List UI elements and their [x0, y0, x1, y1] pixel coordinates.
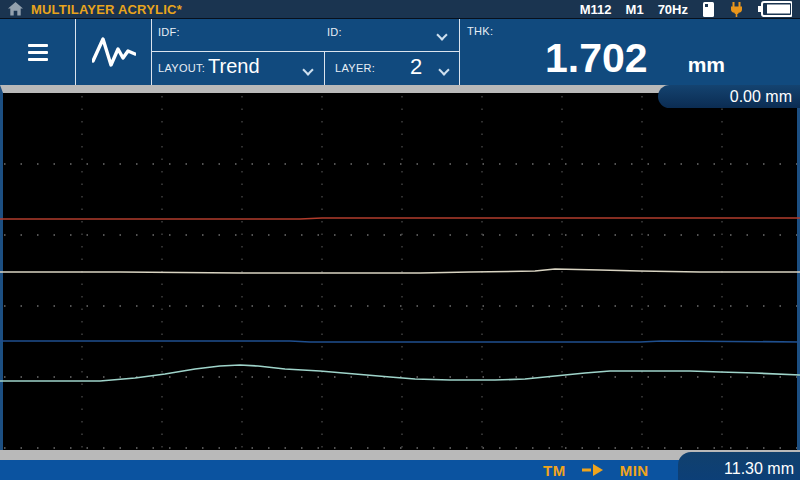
bottom-status-bar: TM MIN 11.30 mm [0, 460, 800, 480]
layer-dropdown[interactable]: LAYER: 2 [325, 52, 460, 85]
blue-reference-line [0, 341, 800, 342]
layout-dropdown[interactable]: LAYOUT: Trend [152, 52, 325, 85]
scale-bottom-label: 11.30 mm [678, 452, 800, 480]
waveform-view-button[interactable] [76, 19, 152, 85]
measure-mode-label: MIN [620, 462, 649, 479]
trend-chart: 0.00 mm [0, 85, 800, 450]
layer-value: 2 [410, 54, 422, 80]
trend-plot [0, 85, 800, 450]
menu-button[interactable] [0, 19, 76, 85]
chevron-down-icon[interactable] [436, 29, 447, 40]
cyan-trend-line [0, 365, 800, 381]
mode-indicator: M1 [626, 2, 644, 17]
id-layout-panel: IDF: ID: LAYOUT: Trend LAYER: 2 [152, 19, 460, 85]
thickness-value: 1.702 [545, 33, 648, 83]
measure-code: M112 [580, 2, 612, 17]
id-field[interactable]: IDF: ID: [152, 19, 460, 52]
hamburger-icon [28, 44, 48, 61]
power-plug-icon [729, 2, 744, 17]
home-icon[interactable] [8, 2, 23, 16]
layout-label: LAYOUT: [158, 62, 205, 74]
id-label: ID: [327, 26, 342, 38]
thickness-readout: THK: 1.702 mm [460, 19, 800, 85]
white-trend-line [0, 269, 800, 273]
layout-value: Trend [208, 55, 260, 78]
scale-top-label: 0.00 mm [658, 85, 800, 108]
layer-label: LAYER: [335, 62, 375, 74]
measure-type-label: TM [543, 462, 566, 479]
update-rate: 70Hz [658, 2, 688, 17]
usb-icon [702, 2, 715, 17]
chevron-down-icon[interactable] [438, 64, 449, 75]
red-alarm-line [0, 218, 800, 219]
file-title: MULTILAYER ACRYLIC* [31, 2, 182, 17]
idf-label: IDF: [158, 26, 180, 38]
battery-icon [758, 1, 792, 17]
control-header: IDF: ID: LAYOUT: Trend LAYER: 2 THK: 1.7… [0, 19, 800, 85]
thickness-unit: mm [688, 53, 725, 77]
top-status-bar: MULTILAYER ACRYLIC* M112 M1 70Hz [0, 0, 800, 19]
waveform-icon [92, 35, 136, 69]
chevron-down-icon[interactable] [302, 64, 313, 75]
arrow-right-icon [582, 464, 604, 476]
